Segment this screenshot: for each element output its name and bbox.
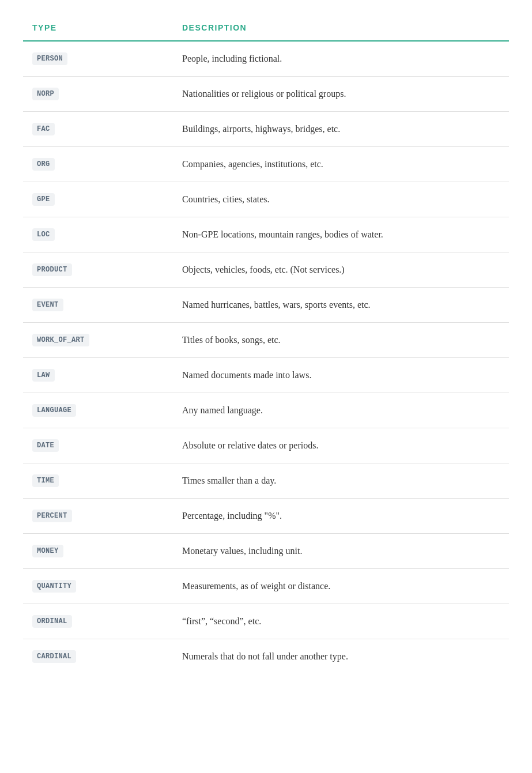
description-cell: Non-GPE locations, mountain ranges, bodi… bbox=[173, 217, 509, 252]
type-badge: LOC bbox=[32, 228, 55, 241]
table-row: MONEYMonetary values, including unit. bbox=[23, 534, 509, 569]
main-container: TYPE DESCRIPTION PERSONPeople, including… bbox=[0, 0, 532, 691]
type-cell: LAW bbox=[23, 358, 173, 393]
description-cell: Companies, agencies, institutions, etc. bbox=[173, 147, 509, 182]
table-row: DATEAbsolute or relative dates or period… bbox=[23, 428, 509, 463]
type-badge: CARDINAL bbox=[32, 650, 76, 663]
type-badge: DATE bbox=[32, 439, 59, 452]
description-cell: Nationalities or religious or political … bbox=[173, 77, 509, 112]
description-cell: Percentage, including "%". bbox=[173, 499, 509, 534]
table-row: NORPNationalities or religious or politi… bbox=[23, 77, 509, 112]
description-cell: Times smaller than a day. bbox=[173, 463, 509, 499]
type-badge: QUANTITY bbox=[32, 580, 76, 593]
table-header: TYPE DESCRIPTION bbox=[23, 17, 509, 41]
table-row: EVENTNamed hurricanes, battles, wars, sp… bbox=[23, 288, 509, 323]
type-cell: LOC bbox=[23, 217, 173, 252]
description-cell: Named documents made into laws. bbox=[173, 358, 509, 393]
type-cell: LANGUAGE bbox=[23, 393, 173, 428]
type-badge: EVENT bbox=[32, 299, 63, 311]
description-cell: Objects, vehicles, foods, etc. (Not serv… bbox=[173, 252, 509, 288]
table-row: CARDINALNumerals that do not fall under … bbox=[23, 639, 509, 674]
type-column-header: TYPE bbox=[23, 17, 173, 41]
type-cell: QUANTITY bbox=[23, 569, 173, 604]
type-badge: LANGUAGE bbox=[32, 404, 76, 417]
type-badge: ORG bbox=[32, 158, 55, 171]
table-row: PERSONPeople, including fictional. bbox=[23, 41, 509, 77]
table-row: QUANTITYMeasurements, as of weight or di… bbox=[23, 569, 509, 604]
type-badge: PERSON bbox=[32, 52, 67, 65]
type-badge: PRODUCT bbox=[32, 263, 72, 276]
type-cell: DATE bbox=[23, 428, 173, 463]
description-cell: Numerals that do not fall under another … bbox=[173, 639, 509, 674]
table-row: LAWNamed documents made into laws. bbox=[23, 358, 509, 393]
type-badge: FAC bbox=[32, 123, 55, 135]
type-cell: PERSON bbox=[23, 41, 173, 77]
description-cell: “first”, “second”, etc. bbox=[173, 604, 509, 639]
type-badge: LAW bbox=[32, 369, 55, 382]
header-row: TYPE DESCRIPTION bbox=[23, 17, 509, 41]
entity-types-table: TYPE DESCRIPTION PERSONPeople, including… bbox=[23, 17, 509, 674]
table-row: PRODUCTObjects, vehicles, foods, etc. (N… bbox=[23, 252, 509, 288]
description-cell: Countries, cities, states. bbox=[173, 182, 509, 217]
table-row: WORK_OF_ARTTitles of books, songs, etc. bbox=[23, 323, 509, 358]
type-badge: TIME bbox=[32, 474, 59, 487]
description-cell: Monetary values, including unit. bbox=[173, 534, 509, 569]
type-badge: ORDINAL bbox=[32, 615, 72, 628]
type-cell: CARDINAL bbox=[23, 639, 173, 674]
table-row: LOCNon-GPE locations, mountain ranges, b… bbox=[23, 217, 509, 252]
description-cell: Named hurricanes, battles, wars, sports … bbox=[173, 288, 509, 323]
description-cell: Buildings, airports, highways, bridges, … bbox=[173, 112, 509, 147]
description-cell: Measurements, as of weight or distance. bbox=[173, 569, 509, 604]
type-cell: GPE bbox=[23, 182, 173, 217]
type-badge: NORP bbox=[32, 88, 59, 100]
description-cell: People, including fictional. bbox=[173, 41, 509, 77]
table-row: LANGUAGEAny named language. bbox=[23, 393, 509, 428]
table-row: GPECountries, cities, states. bbox=[23, 182, 509, 217]
type-cell: ORDINAL bbox=[23, 604, 173, 639]
table-body: PERSONPeople, including fictional.NORPNa… bbox=[23, 41, 509, 674]
type-badge: MONEY bbox=[32, 545, 63, 557]
type-cell: PRODUCT bbox=[23, 252, 173, 288]
type-badge: GPE bbox=[32, 193, 55, 206]
table-row: ORGCompanies, agencies, institutions, et… bbox=[23, 147, 509, 182]
table-row: FACBuildings, airports, highways, bridge… bbox=[23, 112, 509, 147]
table-row: ORDINAL“first”, “second”, etc. bbox=[23, 604, 509, 639]
type-cell: MONEY bbox=[23, 534, 173, 569]
description-cell: Absolute or relative dates or periods. bbox=[173, 428, 509, 463]
type-badge: PERCENT bbox=[32, 510, 72, 522]
type-cell: WORK_OF_ART bbox=[23, 323, 173, 358]
type-cell: PERCENT bbox=[23, 499, 173, 534]
type-cell: NORP bbox=[23, 77, 173, 112]
table-row: PERCENTPercentage, including "%". bbox=[23, 499, 509, 534]
type-cell: ORG bbox=[23, 147, 173, 182]
table-row: TIMETimes smaller than a day. bbox=[23, 463, 509, 499]
description-cell: Titles of books, songs, etc. bbox=[173, 323, 509, 358]
type-badge: WORK_OF_ART bbox=[32, 334, 89, 346]
description-column-header: DESCRIPTION bbox=[173, 17, 509, 41]
type-cell: FAC bbox=[23, 112, 173, 147]
type-cell: EVENT bbox=[23, 288, 173, 323]
type-cell: TIME bbox=[23, 463, 173, 499]
description-cell: Any named language. bbox=[173, 393, 509, 428]
